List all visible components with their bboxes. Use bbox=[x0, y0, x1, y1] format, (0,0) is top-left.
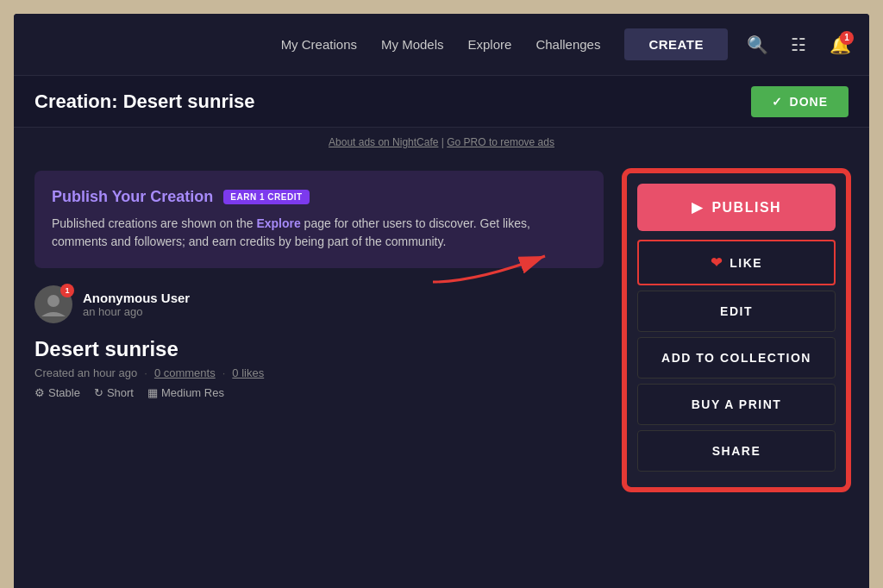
app-frame: My Creations My Models Explore Challenge… bbox=[14, 14, 869, 588]
meta-dot-1: · bbox=[144, 366, 147, 379]
publish-button-label: PUBLISH bbox=[711, 200, 781, 216]
likes-link[interactable]: 0 likes bbox=[232, 366, 264, 379]
search-button[interactable]: 🔍 bbox=[742, 29, 773, 60]
navbar: My Creations My Models Explore Challenge… bbox=[14, 14, 869, 76]
publish-button[interactable]: ▶ PUBLISH bbox=[637, 184, 836, 231]
creation-meta: Created an hour ago · 0 comments · 0 lik… bbox=[34, 366, 604, 379]
stable-icon: ⚙ bbox=[34, 386, 45, 399]
tag-stable: ⚙ Stable bbox=[34, 386, 80, 399]
publish-play-icon: ▶ bbox=[692, 199, 704, 216]
explore-link-text[interactable]: Explore bbox=[256, 216, 300, 230]
checkmark-icon: ✓ bbox=[772, 95, 783, 109]
short-label: Short bbox=[107, 386, 134, 399]
buy-a-print-label: BUY A PRINT bbox=[692, 397, 782, 411]
creation-tags: ⚙ Stable ↻ Short ▦ Medium Res bbox=[34, 386, 604, 399]
earn-credit-badge: EARN 1 CREDIT bbox=[223, 190, 309, 204]
stable-label: Stable bbox=[48, 386, 80, 399]
right-action-panel: ▶ PUBLISH ❤ LIKE EDIT ADD TO COLLECTION … bbox=[624, 171, 849, 490]
nav-icon-area: 🔍 ☷ 🔔 1 bbox=[742, 29, 855, 60]
main-content: Publish Your Creation EARN 1 CREDIT Publ… bbox=[14, 157, 869, 504]
notification-button[interactable]: 🔔 1 bbox=[824, 29, 855, 60]
creation-title: Desert sunrise bbox=[34, 337, 604, 361]
done-label: DONE bbox=[790, 95, 828, 109]
publish-description: Published creations are shown on the Exp… bbox=[52, 215, 586, 251]
edit-button-label: EDIT bbox=[720, 304, 753, 318]
nav-links: My Creations My Models Explore Challenge… bbox=[281, 28, 728, 60]
done-button[interactable]: ✓ DONE bbox=[751, 86, 849, 117]
meta-dot-2: · bbox=[222, 366, 226, 379]
like-button[interactable]: ❤ LIKE bbox=[637, 240, 836, 285]
created-time: Created an hour ago bbox=[34, 366, 137, 379]
publish-title: Publish Your Creation bbox=[52, 188, 213, 206]
tag-short: ↻ Short bbox=[94, 386, 134, 399]
edit-button[interactable]: EDIT bbox=[637, 291, 836, 332]
create-button[interactable]: CREATE bbox=[624, 28, 728, 60]
avatar-notification-badge: 1 bbox=[60, 284, 74, 297]
svg-point-0 bbox=[47, 295, 59, 307]
nav-challenges[interactable]: Challenges bbox=[535, 37, 600, 52]
ads-bar: About ads on NightCafe | Go PRO to remov… bbox=[14, 128, 869, 157]
page-header: Creation: Desert sunrise ✓ DONE bbox=[14, 76, 869, 128]
buy-a-print-button[interactable]: BUY A PRINT bbox=[637, 384, 836, 425]
medium-res-label: Medium Res bbox=[161, 386, 224, 399]
medium-res-icon: ▦ bbox=[147, 386, 158, 399]
grid-icon: ☷ bbox=[791, 34, 806, 55]
add-to-collection-label: ADD TO COLLECTION bbox=[661, 351, 811, 365]
go-pro-link[interactable]: Go PRO to remove ads bbox=[447, 136, 554, 148]
username: Anonymous User bbox=[83, 291, 190, 305]
grid-button[interactable]: ☷ bbox=[783, 29, 814, 60]
user-time: an hour ago bbox=[83, 305, 190, 318]
short-icon: ↻ bbox=[94, 386, 103, 399]
tag-medium-res: ▦ Medium Res bbox=[147, 386, 224, 399]
nav-explore[interactable]: Explore bbox=[468, 37, 512, 52]
avatar-wrap: 1 bbox=[34, 285, 72, 323]
like-button-label: LIKE bbox=[730, 256, 762, 270]
user-info: Anonymous User an hour ago bbox=[83, 291, 190, 318]
nav-my-creations[interactable]: My Creations bbox=[281, 37, 357, 52]
user-row: 1 Anonymous User an hour ago bbox=[34, 285, 604, 323]
left-column: Publish Your Creation EARN 1 CREDIT Publ… bbox=[34, 171, 604, 490]
nav-my-models[interactable]: My Models bbox=[381, 37, 444, 52]
publish-section: Publish Your Creation EARN 1 CREDIT Publ… bbox=[34, 171, 604, 268]
heart-icon: ❤ bbox=[711, 254, 723, 271]
add-to-collection-button[interactable]: ADD TO COLLECTION bbox=[637, 337, 836, 378]
comments-link[interactable]: 0 comments bbox=[154, 366, 216, 379]
publish-header: Publish Your Creation EARN 1 CREDIT bbox=[52, 188, 586, 206]
share-button-label: SHARE bbox=[712, 444, 761, 458]
ads-link[interactable]: About ads on NightCafe bbox=[329, 136, 438, 148]
share-button[interactable]: SHARE bbox=[637, 430, 836, 472]
search-icon: 🔍 bbox=[747, 34, 768, 55]
notification-badge: 1 bbox=[840, 31, 854, 45]
page-title: Creation: Desert sunrise bbox=[34, 91, 255, 113]
